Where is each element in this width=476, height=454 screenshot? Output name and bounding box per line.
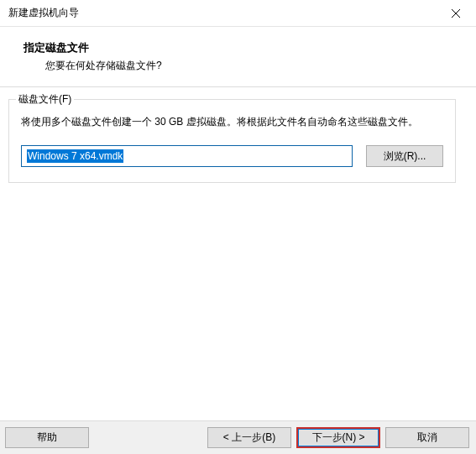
titlebar: 新建虚拟机向导: [0, 0, 476, 27]
wizard-header: 指定磁盘文件 您要在何处存储磁盘文件?: [0, 27, 476, 87]
cancel-button[interactable]: 取消: [385, 427, 469, 448]
back-button[interactable]: < 上一步(B): [207, 427, 291, 448]
close-icon: [452, 9, 460, 18]
browse-button[interactable]: 浏览(R)...: [366, 145, 443, 167]
disk-file-value: Windows 7 x64.vmdk: [27, 149, 123, 163]
disk-file-fieldset: 磁盘文件(F) 将使用多个磁盘文件创建一个 30 GB 虚拟磁盘。将根据此文件名…: [8, 99, 456, 183]
disk-description: 将使用多个磁盘文件创建一个 30 GB 虚拟磁盘。将根据此文件名自动命名这些磁盘…: [21, 113, 443, 130]
disk-file-input[interactable]: Windows 7 x64.vmdk: [21, 145, 353, 167]
file-row: Windows 7 x64.vmdk 浏览(R)...: [21, 145, 443, 167]
help-button[interactable]: 帮助: [5, 427, 89, 448]
footer: 帮助 < 上一步(B) 下一步(N) > 取消: [0, 420, 476, 454]
content-area: 磁盘文件(F) 将使用多个磁盘文件创建一个 30 GB 虚拟磁盘。将根据此文件名…: [0, 87, 476, 200]
next-button[interactable]: 下一步(N) >: [296, 427, 380, 448]
page-title: 指定磁盘文件: [24, 40, 459, 55]
window-title: 新建虚拟机向导: [8, 6, 79, 20]
fieldset-legend: 磁盘文件(F): [16, 92, 74, 107]
close-button[interactable]: [437, 1, 474, 26]
page-subtitle: 您要在何处存储磁盘文件?: [24, 59, 459, 73]
